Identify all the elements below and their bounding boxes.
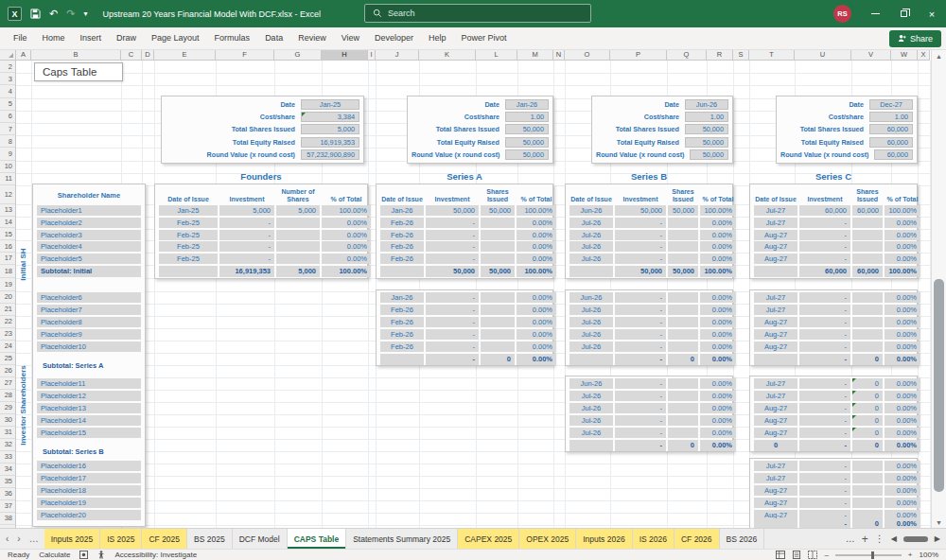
- summary-value[interactable]: Jun-26: [685, 99, 728, 110]
- menu-tab-help[interactable]: Help: [421, 27, 454, 49]
- data-cell[interactable]: [276, 218, 320, 228]
- row-header-28[interactable]: 28: [0, 390, 15, 402]
- data-cell[interactable]: Feb-25: [159, 254, 218, 264]
- data-cell[interactable]: 0.00%: [885, 485, 920, 496]
- zoom-slider[interactable]: [835, 554, 902, 556]
- data-cell[interactable]: Feb-26: [380, 230, 424, 240]
- subtotal-cell[interactable]: 60,000: [852, 266, 883, 277]
- data-cell[interactable]: [481, 317, 515, 327]
- subtotal-cell[interactable]: 50,000: [481, 266, 515, 277]
- data-cell[interactable]: Jul-26: [569, 428, 613, 438]
- shareholder-row[interactable]: Placeholder14: [37, 415, 141, 426]
- data-cell[interactable]: -: [219, 230, 274, 240]
- subtotal-cell[interactable]: [754, 354, 797, 365]
- row-header-36[interactable]: 36: [0, 488, 15, 500]
- subtotal-cell[interactable]: [569, 354, 613, 365]
- sheet-tab-opex-2025[interactable]: OPEX 2025: [519, 529, 576, 549]
- sheet-tab-cf-2025[interactable]: CF 2025: [142, 529, 187, 549]
- column-header-V[interactable]: V: [851, 50, 891, 61]
- row-header-33[interactable]: 33: [0, 451, 15, 464]
- data-cell[interactable]: 60,000: [799, 205, 850, 216]
- data-cell[interactable]: 0.00%: [322, 241, 371, 252]
- data-cell[interactable]: Jan-26: [380, 205, 424, 216]
- row-header-3[interactable]: 3: [0, 73, 15, 85]
- scroll-down-icon[interactable]: ▼: [932, 516, 946, 528]
- summary-value[interactable]: 1.00: [505, 112, 549, 122]
- data-cell[interactable]: Jul-27: [754, 292, 797, 303]
- summary-value[interactable]: 1.00: [869, 112, 913, 122]
- data-cell[interactable]: -: [615, 218, 666, 228]
- row-header-23[interactable]: 23: [0, 328, 15, 341]
- data-cell[interactable]: Aug-27: [754, 403, 797, 413]
- data-cell[interactable]: Jul-26: [569, 391, 613, 401]
- data-cell[interactable]: 0.00%: [517, 241, 556, 252]
- subtotal-cell[interactable]: [569, 440, 613, 451]
- data-cell[interactable]: [852, 241, 883, 252]
- shareholder-row[interactable]: Placeholder19: [37, 498, 141, 508]
- data-cell[interactable]: [481, 305, 515, 315]
- data-cell[interactable]: Jul-26: [569, 254, 613, 264]
- data-cell[interactable]: 0.00%: [885, 391, 920, 401]
- data-cell[interactable]: 0.00%: [885, 241, 920, 252]
- customize-qat-caret-icon[interactable]: ▾: [83, 10, 87, 18]
- shareholder-row[interactable]: Placeholder15: [37, 428, 141, 438]
- menu-tab-view[interactable]: View: [334, 27, 367, 49]
- subtotal-cell[interactable]: 100.00%: [322, 266, 371, 277]
- data-cell[interactable]: 0.00%: [700, 341, 736, 352]
- row-header-12[interactable]: 12: [0, 185, 15, 204]
- data-cell[interactable]: 0.00%: [700, 241, 736, 252]
- column-header-D[interactable]: D: [142, 50, 154, 61]
- data-cell[interactable]: -: [799, 485, 850, 496]
- subtotal-cell[interactable]: 100.00%: [700, 266, 736, 277]
- data-cell[interactable]: [668, 403, 698, 413]
- subtotal-cell[interactable]: 16,919,353: [219, 266, 274, 277]
- data-cell[interactable]: -: [615, 341, 666, 352]
- data-cell[interactable]: [668, 292, 698, 303]
- row-header-10[interactable]: 10: [0, 161, 15, 173]
- sheet-tab-is-2026[interactable]: IS 2026: [633, 529, 674, 549]
- shareholder-row[interactable]: Placeholder1: [37, 205, 141, 216]
- sheet-tab-is-2025[interactable]: IS 2025: [100, 529, 142, 549]
- data-cell[interactable]: 0.00%: [885, 254, 920, 264]
- data-cell[interactable]: [481, 254, 515, 264]
- vertical-label-initial-sh[interactable]: Initial SH: [19, 236, 27, 293]
- normal-view-icon[interactable]: [776, 551, 785, 559]
- summary-value[interactable]: 50,000: [505, 137, 549, 148]
- data-cell[interactable]: 0.00%: [885, 218, 920, 228]
- data-cell[interactable]: -: [219, 254, 274, 264]
- menu-tab-review[interactable]: Review: [290, 27, 334, 49]
- column-header-N[interactable]: N: [553, 50, 565, 61]
- select-all-corner[interactable]: [0, 50, 16, 61]
- row-header-26[interactable]: 26: [0, 365, 15, 377]
- subtotal-cell[interactable]: 0: [852, 440, 883, 451]
- sheet-tab-caps-table[interactable]: CAPS Table: [288, 529, 347, 549]
- column-header-W[interactable]: W: [891, 50, 918, 61]
- data-cell[interactable]: -: [615, 329, 666, 340]
- subtotal-cell[interactable]: [569, 266, 613, 277]
- subtotal-cell[interactable]: -: [426, 354, 479, 365]
- menu-tab-power-pivot[interactable]: Power Pivot: [454, 27, 515, 49]
- summary-value[interactable]: 50,000: [685, 124, 728, 134]
- data-cell[interactable]: Aug-27: [754, 415, 797, 426]
- shareholder-row[interactable]: Placeholder17: [37, 473, 141, 483]
- data-cell[interactable]: -: [799, 473, 850, 483]
- menu-tab-data[interactable]: Data: [257, 27, 290, 49]
- sheet-tab-cf-2026[interactable]: CF 2026: [674, 529, 720, 549]
- data-cell[interactable]: -: [615, 254, 666, 264]
- data-cell[interactable]: -: [799, 378, 850, 389]
- row-header-2[interactable]: 2: [0, 61, 15, 73]
- data-cell[interactable]: Jan-25: [159, 205, 218, 216]
- shareholder-row[interactable]: Placeholder8: [37, 317, 141, 327]
- section-title[interactable]: Series A: [376, 171, 553, 184]
- data-cell[interactable]: [852, 317, 883, 327]
- row-header-14[interactable]: 14: [0, 217, 15, 229]
- status-calculate[interactable]: Calculate: [39, 551, 70, 559]
- data-cell[interactable]: Aug-27: [754, 485, 797, 496]
- summary-value[interactable]: 50,000: [690, 149, 728, 160]
- data-cell[interactable]: -: [615, 403, 666, 413]
- data-cell[interactable]: -: [799, 391, 850, 401]
- data-cell[interactable]: 0.00%: [885, 473, 920, 483]
- subtotal-cell[interactable]: 0: [668, 440, 698, 451]
- zoom-in-button[interactable]: +: [908, 551, 913, 559]
- data-cell[interactable]: Feb-26: [380, 241, 424, 252]
